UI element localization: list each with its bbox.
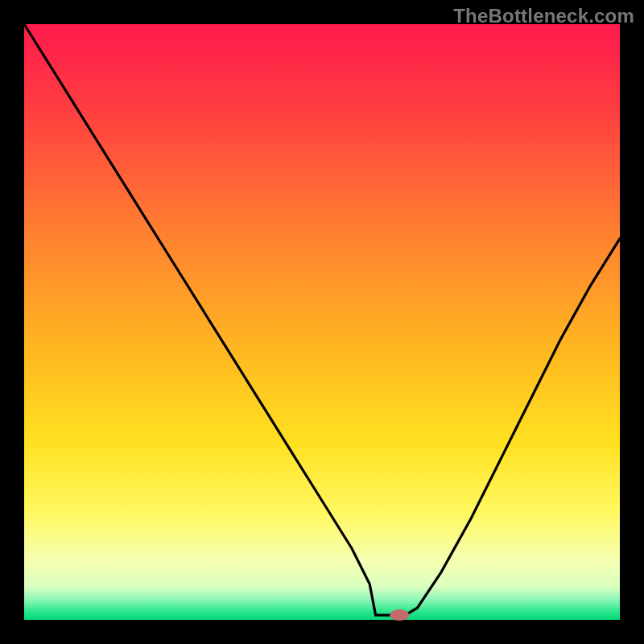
chart-container: TheBottleneck.com: [0, 0, 644, 644]
watermark-text: TheBottleneck.com: [453, 5, 634, 27]
optimal-marker: [390, 609, 409, 621]
bottleneck-chart: [0, 0, 644, 644]
plot-background: [24, 24, 620, 620]
